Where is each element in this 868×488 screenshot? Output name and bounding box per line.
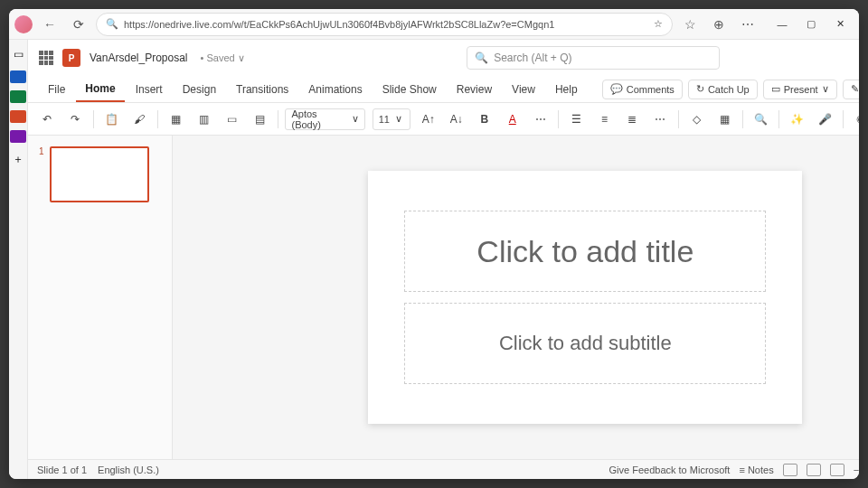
- bullets-button[interactable]: ☰: [566, 108, 587, 130]
- present-button[interactable]: ▭ Present ∨: [763, 80, 837, 99]
- search-icon: 🔍: [475, 52, 488, 64]
- font-selector[interactable]: Aptos (Body) ∨: [285, 108, 364, 130]
- comments-button[interactable]: 💬 Comments: [602, 80, 683, 99]
- bold-button[interactable]: B: [474, 108, 495, 130]
- tab-review[interactable]: Review: [448, 78, 501, 101]
- subtitle-placeholder[interactable]: Click to add subtitle: [404, 303, 766, 384]
- find-button[interactable]: 🔍: [750, 108, 771, 130]
- tab-design[interactable]: Design: [174, 78, 225, 101]
- feedback-link[interactable]: Give Feedback to Microsoft: [609, 465, 731, 475]
- tab-slideshow[interactable]: Slide Show: [373, 78, 446, 101]
- thumb-number: 1: [39, 146, 44, 202]
- reading-view-icon[interactable]: [830, 464, 844, 476]
- tab-insert[interactable]: Insert: [127, 78, 172, 101]
- decrease-font-icon[interactable]: A↓: [446, 108, 467, 130]
- close-button[interactable]: ✕: [826, 13, 854, 36]
- slide-panel: 1: [28, 136, 173, 459]
- redo-button[interactable]: ↷: [65, 108, 86, 130]
- profile-avatar[interactable]: [14, 15, 33, 33]
- slide-canvas[interactable]: Click to add title Click to add subtitle…: [173, 136, 859, 459]
- tab-file[interactable]: File: [39, 78, 74, 101]
- word-icon[interactable]: [10, 70, 26, 83]
- search-box[interactable]: 🔍 Search (Alt + Q): [467, 46, 720, 70]
- menu-icon[interactable]: ⋯: [736, 13, 760, 36]
- tab-animations[interactable]: Animations: [299, 78, 371, 101]
- back-button[interactable]: ←: [38, 13, 61, 36]
- app-rail: ▭ ＋: [9, 40, 28, 479]
- favorites-icon[interactable]: ☆: [678, 13, 702, 36]
- excel-icon[interactable]: [10, 90, 26, 103]
- format-painter-icon[interactable]: 🖌: [129, 108, 150, 130]
- dictate-button[interactable]: 🎤: [815, 108, 835, 130]
- title-placeholder[interactable]: Click to add title: [404, 211, 766, 292]
- add-app-icon[interactable]: ＋: [9, 150, 27, 168]
- onenote-icon[interactable]: [10, 130, 26, 143]
- font-color-button[interactable]: A: [502, 108, 523, 130]
- save-status[interactable]: • Saved ∨: [201, 52, 245, 64]
- powerpoint-app-icon: P: [62, 49, 80, 67]
- document-name[interactable]: VanArsdel_Proposal: [90, 52, 188, 64]
- copilot-button[interactable]: ◉ Copilot: [851, 108, 860, 130]
- url-input[interactable]: [124, 19, 648, 30]
- tab-help[interactable]: Help: [546, 78, 587, 101]
- powerpoint-icon[interactable]: [10, 110, 26, 123]
- designer-button[interactable]: ✨: [787, 108, 807, 130]
- font-size-selector[interactable]: 11 ∨: [373, 108, 411, 130]
- increase-font-icon[interactable]: A↑: [418, 108, 439, 130]
- numbering-button[interactable]: ≡: [594, 108, 615, 130]
- sorter-view-icon[interactable]: [807, 464, 821, 476]
- minimize-button[interactable]: —: [769, 13, 796, 36]
- refresh-button[interactable]: ⟳: [67, 13, 90, 36]
- arrange-button[interactable]: ▦: [714, 108, 735, 130]
- section-button[interactable]: ▤: [250, 108, 270, 130]
- paste-button[interactable]: 📋: [101, 108, 122, 130]
- translate-icon[interactable]: ☆: [654, 18, 663, 30]
- shapes-button[interactable]: ◇: [686, 108, 707, 130]
- normal-view-icon[interactable]: [783, 464, 797, 476]
- tab-view[interactable]: View: [503, 78, 544, 101]
- slide: Click to add title Click to add subtitle: [368, 171, 802, 424]
- slide-thumbnail[interactable]: [50, 146, 149, 202]
- tab-home[interactable]: Home: [76, 77, 124, 102]
- notes-button[interactable]: ≡ Notes: [739, 465, 773, 475]
- address-bar[interactable]: 🔍 ☆: [96, 13, 673, 36]
- rail-tab-icon[interactable]: ▭: [9, 45, 27, 63]
- maximize-button[interactable]: ▢: [797, 13, 825, 36]
- slide-counter: Slide 1 of 1: [37, 465, 87, 475]
- zoom-out-button[interactable]: −: [854, 465, 859, 475]
- editing-button[interactable]: ✎ Editing ∨: [843, 80, 859, 99]
- language-status[interactable]: English (U.S.): [98, 465, 159, 475]
- more-font-icon[interactable]: ⋯: [530, 108, 551, 130]
- search-placeholder: Search (Alt + Q): [494, 52, 571, 64]
- new-slide-button[interactable]: ▦: [165, 108, 186, 130]
- tab-transitions[interactable]: Transitions: [227, 78, 297, 101]
- reset-button[interactable]: ▭: [222, 108, 242, 130]
- more-para-icon[interactable]: ⋯: [650, 108, 671, 130]
- app-launcher-icon[interactable]: [39, 51, 53, 65]
- lock-icon: 🔍: [106, 18, 118, 30]
- align-button[interactable]: ≣: [622, 108, 643, 130]
- catchup-button[interactable]: ↻ Catch Up: [688, 80, 758, 99]
- collections-icon[interactable]: ⊕: [707, 13, 731, 36]
- undo-button[interactable]: ↶: [37, 108, 58, 130]
- layout-button[interactable]: ▥: [193, 108, 214, 130]
